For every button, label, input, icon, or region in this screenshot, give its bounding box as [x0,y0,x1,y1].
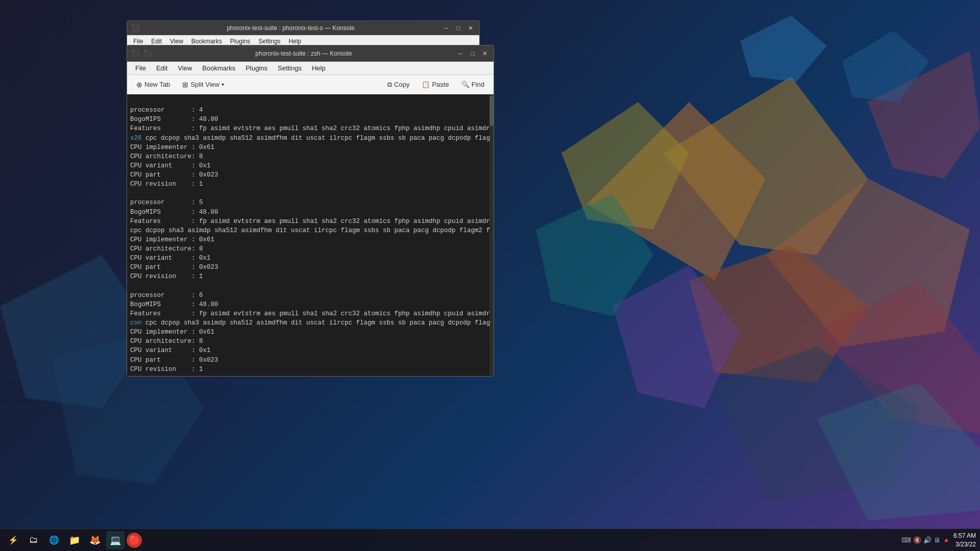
menu-view[interactable]: View [174,63,196,73]
taskbar: ⚡ 🗂 🌐 📁 🦊 💻 🔴 ⌨ 🔇 🔊 🖥 🔺 6:57 AM 3/23/22 [0,529,980,551]
split-view-label: Split View [190,81,219,88]
window-front-left-icons: ⬛ ⬛ [131,49,152,57]
taskbar-icon-folder[interactable]: 📁 [65,531,84,549]
scrollbar[interactable] [489,94,494,376]
window-back-controls[interactable]: ─ □ ✕ [442,23,475,33]
taskbar-time: 6:57 AM 3/23/22 [953,532,976,549]
taskbar-icon-apps[interactable]: ⚡ [4,531,22,549]
taskbar-keyboard-icon: ⌨ [901,536,911,544]
window-back-minimize-btn[interactable]: ─ [442,23,451,33]
window-back-app-icon: ⬛ [131,24,140,32]
taskbar-network-icon: 🔺 [942,536,950,544]
copy-button[interactable]: ⧉ Copy [382,79,414,91]
window-back-titlebar: ⬛ phoronix-test-suite : phoronix-test-s … [127,21,479,35]
taskbar-volume-icon: 🔊 [923,536,932,544]
taskbar-icon-browser-kde[interactable]: 🌐 [45,531,63,549]
taskbar-icon-app[interactable]: 🔴 [127,533,142,548]
toolbar: ⊕ New Tab ⊞ Split View ▾ ⧉ Copy 📋 Paste … [127,75,494,94]
taskbar-sys-icons: ⌨ 🔇 🔊 🖥 🔺 [901,536,950,544]
taskbar-right: ⌨ 🔇 🔊 🖥 🔺 6:57 AM 3/23/22 [901,532,976,549]
back-menu-settings[interactable]: Settings [255,37,283,45]
menu-bookmarks[interactable]: Bookmarks [198,63,239,73]
split-view-chevron: ▾ [222,82,224,87]
window-front-titlebar: ⬛ ⬛ phoronix-test-suite : zsh — Konsole … [127,45,494,62]
paste-button[interactable]: 📋 Paste [416,79,454,90]
back-menu-file[interactable]: File [130,37,146,45]
taskbar-icon-terminal[interactable]: 💻 [106,531,125,549]
back-menu-help[interactable]: Help [286,37,305,45]
terminal-output: processor : 4 BogoMIPS : 48.00 Features … [127,94,494,376]
window-back-title: phoronix-test-suite : phoronix-test-s — … [140,24,442,32]
window-front-app-icon: ⬛ [131,49,139,57]
new-tab-button[interactable]: ⊕ New Tab [131,79,175,91]
window-back-close-btn[interactable]: ✕ [466,23,475,33]
window-back-maximize-btn[interactable]: □ [454,23,463,33]
terminal-content[interactable]: processor : 4 BogoMIPS : 48.00 Features … [127,94,494,376]
copy-icon: ⧉ [387,81,392,89]
taskbar-icon-firefox[interactable]: 🦊 [86,531,104,549]
menu-file[interactable]: File [131,63,150,73]
window-front: ⬛ ⬛ phoronix-test-suite : zsh — Konsole … [127,45,494,377]
taskbar-left: ⚡ 🗂 🌐 📁 🦊 💻 🔴 [4,531,142,549]
menu-settings[interactable]: Settings [274,63,306,73]
copy-label: Copy [394,81,409,88]
find-icon: 🔍 [461,81,470,88]
window-front-minimize-btn[interactable]: ─ [456,49,465,58]
svg-marker-13 [740,15,827,82]
find-button[interactable]: 🔍 Find [456,79,489,90]
new-tab-icon: ⊕ [136,81,142,89]
menubar: File Edit View Bookmarks Plugins Setting… [127,62,494,75]
menu-edit[interactable]: Edit [152,63,172,73]
window-front-maximize-btn[interactable]: □ [468,49,477,58]
taskbar-display-icon: 🖥 [934,536,940,544]
back-menu-plugins[interactable]: Plugins [227,37,253,45]
toolbar-right: ⧉ Copy 📋 Paste 🔍 Find [382,79,489,91]
split-view-icon: ⊞ [182,81,188,89]
find-label: Find [472,81,484,88]
paste-label: Paste [432,81,449,88]
window-front-title: phoronix-test-suite : zsh — Konsole [152,50,456,57]
window-back-left-icons: ⬛ [131,24,140,32]
time-display: 6:57 AM [953,532,976,540]
back-menu-edit[interactable]: Edit [148,37,165,45]
back-menu-view[interactable]: View [167,37,186,45]
window-front-close-btn[interactable]: ✕ [480,49,489,58]
window-front-controls[interactable]: ─ □ ✕ [456,49,489,58]
menu-help[interactable]: Help [308,63,330,73]
back-menu-bookmarks[interactable]: Bookmarks [188,37,225,45]
taskbar-audio-icon: 🔇 [913,536,921,544]
menu-plugins[interactable]: Plugins [241,63,272,73]
taskbar-icon-files[interactable]: 🗂 [24,531,43,549]
window-front-app-icon2: ⬛ [143,49,152,57]
date-display: 3/23/22 [953,540,976,549]
new-tab-label: New Tab [144,81,170,88]
paste-icon: 📋 [422,81,430,88]
split-view-button[interactable]: ⊞ Split View ▾ [177,79,229,91]
scrollbar-thumb[interactable] [489,95,494,126]
